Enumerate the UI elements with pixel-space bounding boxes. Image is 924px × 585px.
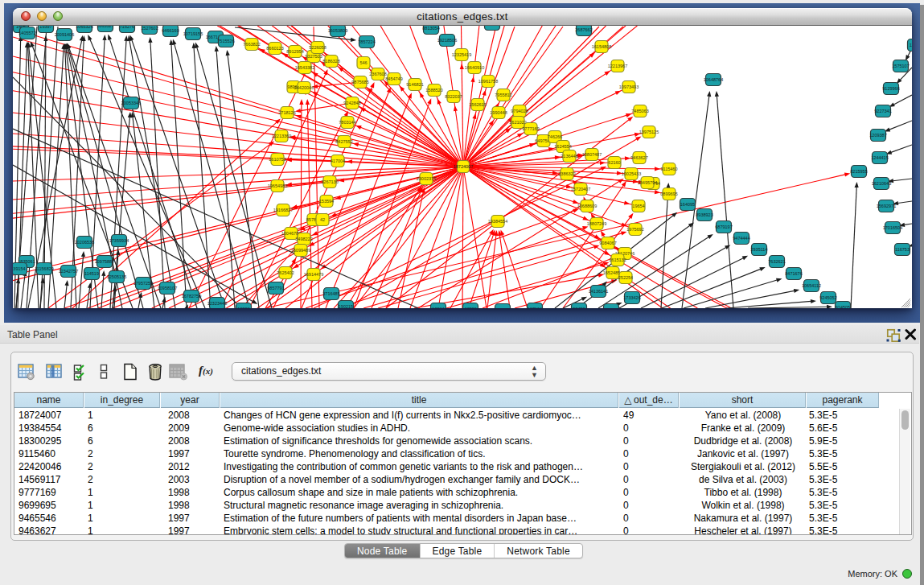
- svg-text:7955812: 7955812: [495, 93, 511, 97]
- svg-text:19397: 19397: [39, 26, 51, 29]
- svg-text:96577: 96577: [496, 307, 508, 308]
- svg-text:87964: 87964: [605, 307, 617, 308]
- svg-text:15720407: 15720407: [571, 187, 590, 192]
- svg-text:2386322: 2386322: [558, 171, 575, 176]
- svg-text:8322037: 8322037: [445, 94, 462, 99]
- svg-text:1610753: 1610753: [269, 157, 285, 162]
- svg-text:0899695: 0899695: [660, 192, 677, 196]
- svg-text:11156829: 11156829: [35, 266, 54, 271]
- svg-text:8813054: 8813054: [422, 26, 439, 31]
- svg-text:715276: 715276: [120, 26, 134, 29]
- svg-text:43523: 43523: [464, 307, 476, 308]
- svg-text:12505135: 12505135: [107, 274, 126, 279]
- svg-text:7515526: 7515526: [217, 39, 234, 43]
- svg-text:10025433: 10025433: [622, 171, 641, 176]
- svg-text:7625402: 7625402: [277, 270, 294, 275]
- svg-text:5226058: 5226058: [309, 45, 326, 50]
- svg-text:137164: 137164: [528, 307, 542, 308]
- svg-text:10961758: 10961758: [478, 79, 498, 84]
- svg-text:15692971: 15692971: [877, 204, 896, 208]
- svg-text:9474444: 9474444: [733, 236, 749, 241]
- svg-text:1621022: 1621022: [509, 120, 526, 125]
- svg-text:9857791: 9857791: [267, 286, 284, 290]
- svg-text:23002375: 23002375: [417, 176, 436, 181]
- svg-text:164095: 164095: [680, 202, 695, 207]
- svg-text:19166827: 19166827: [273, 208, 293, 212]
- svg-text:16782759: 16782759: [182, 294, 201, 299]
- svg-text:1975692: 1975692: [626, 227, 643, 232]
- svg-text:9875685: 9875685: [351, 80, 368, 84]
- svg-text:8427552: 8427552: [335, 139, 352, 144]
- svg-text:2687662: 2687662: [575, 27, 592, 32]
- svg-text:3716485: 3716485: [322, 291, 339, 296]
- svg-text:17016504: 17016504: [883, 225, 902, 230]
- svg-text:10958107: 10958107: [158, 286, 177, 290]
- svg-text:8660123: 8660123: [266, 46, 283, 51]
- svg-text:153594: 153594: [319, 199, 334, 204]
- svg-text:1527602: 1527602: [141, 26, 158, 31]
- svg-text:9794028: 9794028: [511, 109, 528, 113]
- svg-text:8454749: 8454749: [385, 76, 402, 81]
- svg-text:42: 42: [320, 217, 325, 222]
- svg-text:18724007: 18724007: [454, 164, 473, 169]
- svg-text:1588520: 1588520: [425, 88, 442, 93]
- svg-text:114519: 114519: [84, 271, 99, 276]
- svg-text:24420046: 24420046: [294, 85, 314, 90]
- svg-text:2718126: 2718126: [278, 110, 295, 115]
- svg-text:2935114: 2935114: [750, 247, 767, 252]
- svg-text:9245052: 9245052: [819, 295, 836, 300]
- svg-text:10975887: 10975887: [95, 259, 114, 264]
- svg-text:1209387: 1209387: [869, 133, 886, 138]
- svg-text:3267130: 3267130: [321, 179, 338, 184]
- svg-text:9084067: 9084067: [599, 241, 616, 245]
- svg-text:2367608: 2367608: [369, 72, 386, 76]
- svg-text:8912954: 8912954: [286, 49, 303, 54]
- svg-text:12325419: 12325419: [452, 52, 471, 57]
- svg-text:7632621: 7632621: [768, 259, 785, 264]
- svg-text:10234: 10234: [432, 307, 444, 308]
- svg-text:19384554: 19384554: [488, 219, 507, 224]
- svg-text:9115460: 9115460: [660, 167, 677, 171]
- svg-text:10719155: 10719155: [183, 31, 203, 36]
- svg-text:252254: 252254: [618, 275, 633, 280]
- svg-text:19654983: 19654983: [268, 183, 287, 188]
- svg-text:116753: 116753: [895, 247, 910, 252]
- svg-text:1405572: 1405572: [18, 31, 35, 35]
- svg-text:20206536: 20206536: [75, 240, 94, 245]
- svg-text:8471676: 8471676: [785, 271, 802, 276]
- svg-text:12342757: 12342757: [59, 269, 78, 274]
- svg-text:13975125: 13975125: [639, 130, 659, 134]
- svg-text:16099489: 16099489: [291, 248, 310, 253]
- svg-text:9146821: 9146821: [406, 82, 423, 87]
- svg-text:1065327: 1065327: [97, 26, 113, 28]
- svg-text:10973493: 10973493: [619, 84, 639, 89]
- svg-text:16640910: 16640910: [465, 65, 484, 70]
- svg-text:1990448: 1990448: [490, 110, 507, 115]
- svg-text:13495794: 13495794: [638, 180, 657, 185]
- svg-text:7803144: 7803144: [339, 120, 355, 125]
- svg-text:1733426: 1733426: [623, 295, 640, 300]
- svg-text:11125: 11125: [910, 43, 912, 47]
- svg-text:62160: 62160: [608, 160, 620, 165]
- svg-text:9129966: 9129966: [882, 86, 899, 91]
- svg-text:17359934: 17359934: [109, 238, 129, 243]
- svg-text:9777169: 9777169: [522, 126, 539, 131]
- svg-text:8186328: 8186328: [322, 59, 339, 64]
- svg-text:7663822: 7663822: [243, 42, 260, 47]
- svg-text:1615132: 1615132: [609, 257, 626, 262]
- svg-text:16543382: 16543382: [295, 65, 314, 70]
- svg-text:92450: 92450: [573, 307, 585, 308]
- svg-text:1562615: 1562615: [469, 102, 486, 107]
- svg-text:6466160: 6466160: [162, 28, 179, 33]
- svg-text:1624554: 1624554: [554, 144, 571, 149]
- svg-text:9242848: 9242848: [343, 101, 360, 105]
- svg-text:6879197: 6879197: [715, 225, 732, 229]
- svg-text:7485063: 7485063: [631, 109, 648, 113]
- svg-text:16154808: 16154808: [592, 44, 611, 49]
- svg-text:417004: 417004: [331, 159, 345, 163]
- svg-text:1575107: 1575107: [892, 64, 909, 68]
- svg-text:17957253: 17957253: [133, 281, 153, 286]
- svg-text:18807249: 18807249: [587, 221, 606, 226]
- svg-text:10654112: 10654112: [802, 283, 821, 288]
- svg-text:3498222: 3498222: [295, 237, 312, 241]
